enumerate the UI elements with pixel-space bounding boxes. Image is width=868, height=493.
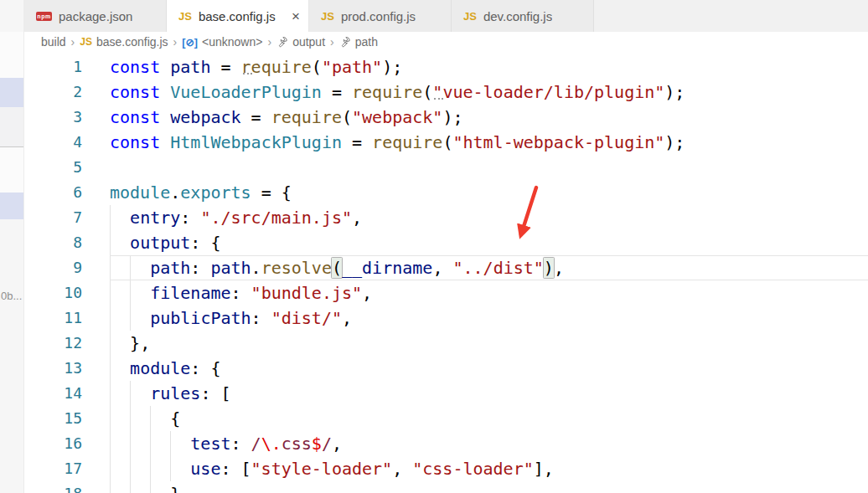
code-token: path: [170, 57, 210, 77]
line-number[interactable]: 11: [24, 306, 110, 331]
close-tab-icon[interactable]: ×: [292, 9, 300, 23]
editor-group: npmpackage.jsonJSbase.config.js×JSprod.c…: [24, 0, 868, 493]
code-token: .: [251, 258, 261, 278]
line-number[interactable]: 12: [24, 331, 110, 356]
code-line[interactable]: module: {: [110, 356, 868, 381]
line-number[interactable]: 14: [24, 381, 110, 406]
code-token: const: [110, 132, 160, 152]
indent-guide: [150, 406, 151, 431]
line-number[interactable]: 10: [24, 280, 110, 306]
js-icon: JS: [178, 10, 192, 23]
line-number[interactable]: 13: [24, 356, 110, 381]
line-number[interactable]: 6: [24, 180, 110, 205]
code-line[interactable]: }: [110, 481, 868, 493]
code-line[interactable]: rules: [: [110, 381, 868, 406]
code-token: "./src/main.js": [200, 208, 352, 228]
tab-dev.config.js[interactable]: JSdev.config.js: [452, 0, 594, 32]
line-number[interactable]: 15: [24, 406, 110, 431]
code-editor[interactable]: 123456789101112131415161718 const path =…: [24, 52, 868, 493]
left-panel-selected-row[interactable]: [0, 78, 23, 107]
vscode-window: 0b... npmpackage.jsonJSbase.config.js×JS…: [0, 0, 868, 493]
breadcrumb-item-output[interactable]: output: [276, 35, 325, 49]
code-token: require: [372, 132, 442, 152]
code-token: );: [664, 82, 685, 102]
breadcrumb-item-unknown[interactable]: [⊘]<unknown>: [182, 35, 262, 49]
line-number[interactable]: 2: [24, 80, 110, 105]
code-line[interactable]: const path = require("path");: [110, 54, 868, 80]
tab-prod.config.js[interactable]: JSprod.config.js: [309, 0, 452, 32]
code-token: ,: [432, 258, 452, 278]
line-number[interactable]: 3: [24, 105, 110, 130]
breadcrumb-item-build[interactable]: build: [41, 35, 66, 49]
code-token: : [: [220, 459, 251, 479]
code-token: :: [231, 283, 251, 303]
code-token: "html-webpack-plugin": [452, 132, 664, 152]
breadcrumb-item-base.config.js[interactable]: JSbase.config.js: [80, 35, 168, 49]
code-line[interactable]: const VueLoaderPlugin = require("vue-loa…: [110, 80, 868, 105]
code-line[interactable]: [110, 155, 868, 180]
indent-guide: [130, 306, 131, 331]
left-panel: 0b...: [0, 0, 24, 493]
code-line[interactable]: entry: "./src/main.js",: [110, 205, 868, 230]
code-token: test: [190, 434, 230, 454]
line-number[interactable]: 5: [24, 155, 110, 180]
indent-guide: [110, 230, 111, 255]
code-line[interactable]: module.exports = {: [110, 180, 868, 205]
code-token: {: [170, 408, 180, 429]
js-icon: JS: [463, 10, 477, 23]
code-token: [160, 107, 170, 127]
code-line[interactable]: test: /\.css$/,: [110, 431, 868, 456]
indent-guide: [150, 431, 151, 456]
code-line[interactable]: filename: "bundle.js",: [110, 280, 868, 306]
indent-guide: [130, 456, 131, 481]
code-line[interactable]: },: [110, 331, 868, 356]
tab-package.json[interactable]: npmpackage.json: [24, 0, 167, 32]
line-number[interactable]: 7: [24, 205, 110, 230]
code-token: (: [332, 258, 342, 278]
code-token: rules: [150, 383, 200, 403]
code-line[interactable]: output: {: [110, 230, 868, 255]
code-token: );: [442, 107, 462, 127]
line-number[interactable]: 17: [24, 456, 110, 481]
js-icon: JS: [321, 10, 334, 23]
editor-gutter: 123456789101112131415161718: [24, 52, 110, 493]
line-number[interactable]: 8: [24, 230, 110, 255]
code-token: },: [130, 333, 150, 353]
npm-icon: npm: [36, 12, 52, 21]
code-token: =: [322, 82, 352, 102]
wrench-icon: [339, 36, 351, 48]
code-line[interactable]: const webpack = require("webpack");: [110, 105, 868, 130]
line-number[interactable]: 9: [24, 255, 110, 280]
breadcrumb-label: build: [41, 35, 66, 49]
tab-label: dev.config.js: [483, 9, 552, 23]
line-number[interactable]: 16: [24, 431, 110, 456]
code-line[interactable]: const HtmlWebpackPlugin = require("html-…: [110, 130, 868, 155]
code-token: [160, 57, 170, 77]
line-number[interactable]: 4: [24, 130, 110, 155]
code-token: const: [110, 57, 160, 77]
code-line[interactable]: publicPath: "dist/",: [110, 306, 868, 331]
code-token: =: [342, 132, 372, 152]
editor-lines: const path = require("path");const VueLo…: [110, 54, 868, 493]
breadcrumb-item-path[interactable]: path: [339, 35, 378, 49]
code-token: path: [210, 258, 251, 278]
left-panel-selected-row[interactable]: [0, 193, 23, 219]
code-token: (: [442, 132, 452, 152]
breadcrumb-separator: ›: [71, 35, 75, 49]
code-line[interactable]: path: path.resolve(__dirname, "../dist")…: [110, 255, 868, 280]
code-token: exports: [180, 182, 251, 203]
code-line[interactable]: {: [110, 406, 868, 431]
indent-guide: [110, 280, 111, 306]
breadcrumb-label: output: [292, 35, 325, 49]
code-token: "path": [322, 57, 382, 77]
line-number[interactable]: 18: [24, 481, 110, 493]
indent-guide: [110, 431, 111, 456]
breadcrumb-label: <unknown>: [202, 35, 262, 49]
tab-base.config.js[interactable]: JSbase.config.js×: [167, 0, 309, 32]
code-line[interactable]: use: ["style-loader", "css-loader"],: [110, 456, 868, 481]
code-token: \.: [261, 434, 282, 454]
line-number[interactable]: 1: [24, 54, 110, 80]
code-token: ,: [332, 434, 342, 454]
code-token: use: [190, 459, 220, 479]
symbol-icon: [⊘]: [182, 36, 198, 49]
